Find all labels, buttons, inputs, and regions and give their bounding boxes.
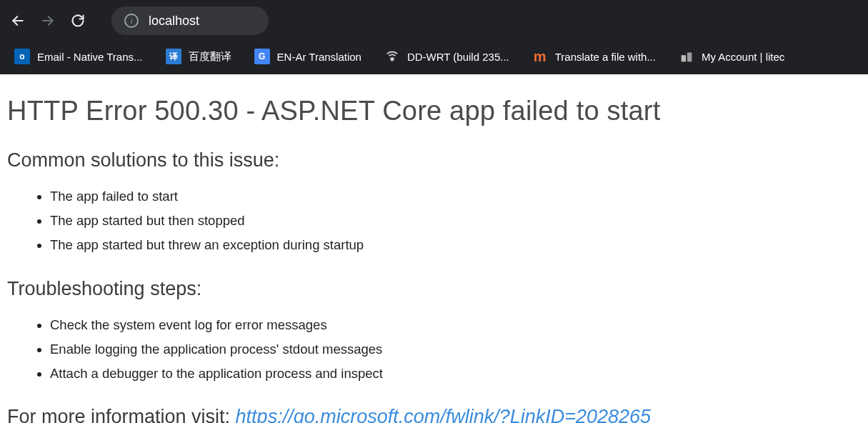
bookmark-label: DD-WRT (build 235...	[407, 51, 509, 63]
forward-button[interactable]	[40, 13, 56, 29]
litecoin-icon	[679, 49, 694, 64]
bookmark-label: Translate a file with...	[555, 51, 656, 63]
baidu-icon: 译	[166, 49, 181, 64]
list-item: The app started but then stopped	[50, 209, 861, 233]
svg-rect-4	[687, 53, 692, 62]
list-item: The app failed to start	[50, 184, 861, 209]
list-item: The app started but threw an exception d…	[50, 233, 861, 257]
solutions-list: The app failed to start The app started …	[7, 184, 861, 258]
url-text: localhost	[149, 14, 199, 29]
list-item: Enable logging the application process' …	[50, 337, 861, 362]
bookmark-litecoin[interactable]: My Account | litec	[679, 49, 784, 64]
bookmark-label: 百度翻译	[189, 50, 231, 64]
troubleshooting-heading: Troubleshooting steps:	[7, 278, 861, 300]
more-info: For more information visit: https://go.m…	[7, 406, 861, 423]
more-info-prefix: For more information visit:	[7, 406, 236, 423]
matecat-icon: m	[532, 49, 548, 64]
bookmark-matecat[interactable]: m Translate a file with...	[532, 49, 656, 64]
troubleshooting-list: Check the system event log for error mes…	[7, 313, 861, 387]
back-button[interactable]	[10, 13, 26, 29]
bookmark-baidu[interactable]: 译 百度翻译	[166, 49, 231, 64]
reload-button[interactable]	[70, 13, 86, 29]
bookmarks-bar: o Email - Native Trans... 译 百度翻译 G EN-Ar…	[0, 41, 868, 74]
svg-rect-3	[682, 55, 686, 61]
gtranslate-icon: G	[254, 49, 270, 64]
outlook-icon: o	[14, 49, 30, 64]
bookmark-email[interactable]: o Email - Native Trans...	[14, 49, 143, 64]
bookmark-gtranslate[interactable]: G EN-Ar Translation	[254, 49, 361, 64]
ddwrt-icon	[384, 49, 400, 64]
svg-point-2	[390, 57, 394, 61]
list-item: Attach a debugger to the application pro…	[50, 362, 861, 386]
bookmark-label: EN-Ar Translation	[277, 51, 361, 63]
list-item: Check the system event log for error mes…	[50, 313, 861, 337]
address-bar[interactable]: i localhost	[111, 6, 269, 35]
site-info-icon[interactable]: i	[124, 14, 139, 28]
more-info-link[interactable]: https://go.microsoft.com/fwlink/?LinkID=…	[236, 406, 652, 423]
page-title: HTTP Error 500.30 - ASP.NET Core app fai…	[7, 96, 861, 126]
nav-bar: i localhost	[0, 0, 868, 41]
bookmark-label: Email - Native Trans...	[37, 51, 143, 63]
bookmark-label: My Account | litec	[702, 51, 784, 63]
page-content: HTTP Error 500.30 - ASP.NET Core app fai…	[0, 74, 868, 423]
browser-chrome: i localhost o Email - Native Trans... 译 …	[0, 0, 868, 74]
solutions-heading: Common solutions to this issue:	[7, 149, 861, 171]
bookmark-ddwrt[interactable]: DD-WRT (build 235...	[384, 49, 509, 64]
